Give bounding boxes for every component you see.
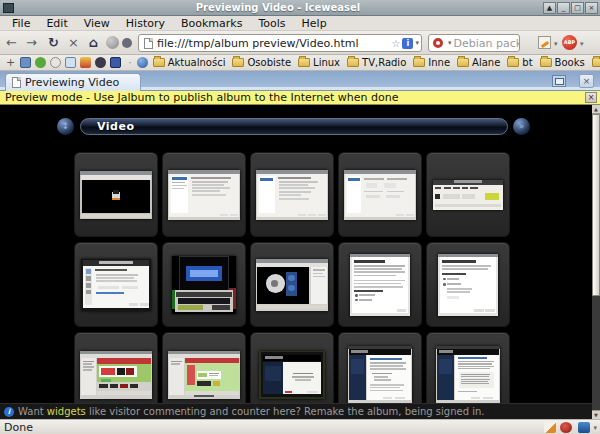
thumbnail-card[interactable] xyxy=(250,242,334,327)
thumbnail-image xyxy=(168,351,240,399)
search-engine-dropdown-icon[interactable]: ▾ xyxy=(446,39,454,47)
notification-close-icon[interactable]: × xyxy=(585,92,597,103)
adblock-icon[interactable]: ABP xyxy=(562,35,577,50)
search-engine-icon[interactable] xyxy=(433,38,443,48)
status-bar: Done ▾ xyxy=(0,419,600,434)
url-bar[interactable]: ☆ i ▾ xyxy=(138,34,422,52)
alert-bookmark-icon[interactable] xyxy=(80,57,91,68)
tab-label: Previewing Video xyxy=(25,76,119,89)
bookmark-folder-bt[interactable]: bt xyxy=(507,57,532,68)
back-icon[interactable]: ← xyxy=(2,33,21,52)
mail-bookmark-icon[interactable] xyxy=(65,57,76,68)
close-button[interactable]: × xyxy=(585,2,598,14)
info-icon: i xyxy=(4,407,14,417)
statusbar-sync-icon[interactable] xyxy=(578,422,590,433)
thumbnail-image xyxy=(259,351,325,399)
globe-bookmark-icon[interactable] xyxy=(137,57,148,68)
reload-icon[interactable]: ↻ xyxy=(44,33,63,52)
window-title: Previewing Video - Iceweasel xyxy=(14,2,542,13)
menu-tools[interactable]: Tools xyxy=(250,17,293,30)
vertical-scrollbar[interactable]: ▲ ▼ xyxy=(592,105,600,419)
bookmark-folder-osobiste[interactable]: Osobiste xyxy=(232,57,291,68)
bookmark-star-icon[interactable]: ☆ xyxy=(390,38,403,49)
scroll-down-icon[interactable]: ▼ xyxy=(592,410,600,419)
maximize-button[interactable]: □ xyxy=(571,2,584,14)
bookmark-folder-tvradio[interactable]: TV,Radio xyxy=(347,57,406,68)
url-dropdown-icon[interactable]: ▾ xyxy=(413,39,421,47)
title-bar: Previewing Video - Iceweasel ▲ _ □ × xyxy=(0,0,600,16)
thumbnail-card[interactable] xyxy=(250,152,334,237)
save-bookmark-icon[interactable] xyxy=(110,57,121,68)
album-nav-next-icon[interactable]: » xyxy=(513,118,530,135)
home-icon[interactable]: ⌂ xyxy=(84,33,103,52)
menu-history[interactable]: History xyxy=(118,17,173,30)
bookmark-folder-books[interactable]: Books xyxy=(540,57,585,68)
folder-icon xyxy=(232,58,244,67)
statusbar-abp-icon[interactable] xyxy=(560,422,572,433)
list-all-tabs-icon[interactable] xyxy=(552,75,566,87)
tab-close-icon[interactable]: × xyxy=(579,74,594,88)
extension-icon-1[interactable] xyxy=(106,36,119,49)
tab-previewing-video[interactable]: Previewing Video xyxy=(5,73,141,91)
clock-bookmark-icon[interactable] xyxy=(50,57,61,68)
bookmarks-separator: · xyxy=(125,56,135,69)
user-bookmark-icon[interactable] xyxy=(95,57,106,68)
bookmark-folder-inne[interactable]: Inne xyxy=(413,57,450,68)
go-icon[interactable]: i xyxy=(402,38,413,49)
scroll-up-icon[interactable]: ▲ xyxy=(592,105,600,114)
thumbnail-card[interactable] xyxy=(426,152,510,237)
thumbnail-card[interactable] xyxy=(162,152,246,237)
shade-button[interactable]: ▲ xyxy=(543,2,556,14)
thumbnail-image xyxy=(438,254,498,316)
thumbnail-image xyxy=(433,180,503,210)
thumbnail-card[interactable] xyxy=(74,242,158,327)
scrollbar-thumb[interactable] xyxy=(592,114,600,296)
menu-view[interactable]: View xyxy=(76,17,118,30)
folder-icon xyxy=(592,58,600,67)
scrapbook-icon[interactable] xyxy=(538,36,551,49)
album-nav-up-icon[interactable]: ↕ xyxy=(57,118,74,135)
menu-help[interactable]: Help xyxy=(294,17,335,30)
widgets-link[interactable]: widgets xyxy=(47,406,86,417)
thumbnail-image xyxy=(80,351,152,399)
paw-bookmark-icon[interactable] xyxy=(35,57,46,68)
notification-bar: Preview mode - Use Jalbum to publish alb… xyxy=(0,91,600,105)
album-title-pill[interactable]: Video xyxy=(80,118,508,135)
extension-icon-2[interactable] xyxy=(122,38,132,48)
bookmark-folder-aktualnosci[interactable]: Aktualności xyxy=(153,57,226,68)
folder-icon xyxy=(540,58,552,67)
navigation-toolbar: ← → ↻ × ⌂ ☆ i ▾ ▾ ▾ ABP ▾ xyxy=(0,31,600,55)
search-bar[interactable]: ▾ xyxy=(428,34,520,52)
folder-icon xyxy=(153,58,165,67)
bookmark-folder-linux[interactable]: Linux xyxy=(298,57,340,68)
statusbar-dropdown-icon[interactable]: ▾ xyxy=(591,424,599,432)
scrapbook-dropdown-icon[interactable]: ▾ xyxy=(552,40,560,48)
menu-bookmarks[interactable]: Bookmarks xyxy=(173,17,250,30)
thumbnail-card[interactable] xyxy=(426,242,510,327)
url-input[interactable] xyxy=(157,37,390,50)
thumbnail-image xyxy=(344,170,416,220)
thumbnail-image xyxy=(168,170,240,220)
forward-icon[interactable]: → xyxy=(22,33,41,52)
thumbnail-card[interactable] xyxy=(74,152,158,237)
menu-edit[interactable]: Edit xyxy=(38,17,75,30)
thumbnail-card[interactable] xyxy=(162,242,246,327)
window-menu-icon[interactable] xyxy=(3,3,14,13)
folder-icon xyxy=(347,58,359,67)
thumbnail-image xyxy=(350,254,410,316)
bookmark-folder-0[interactable]: 0 xyxy=(592,57,600,68)
minimize-button[interactable]: _ xyxy=(557,2,570,14)
thumbnail-card[interactable] xyxy=(338,152,422,237)
picture-bookmark-icon[interactable] xyxy=(20,57,31,68)
folder-icon xyxy=(298,58,310,67)
search-input[interactable] xyxy=(454,37,519,50)
page-icon xyxy=(144,38,153,49)
statusbar-scrapbook-icon[interactable] xyxy=(544,422,556,433)
bookmark-folder-alane[interactable]: Alane xyxy=(457,57,500,68)
page-viewport: ↕ Video » i Want widgets like visitor co… xyxy=(0,105,600,419)
adblock-dropdown-icon[interactable]: ▾ xyxy=(578,40,586,48)
add-bookmark-icon[interactable]: + xyxy=(4,56,20,69)
thumbnail-card[interactable] xyxy=(338,242,422,327)
menu-file[interactable]: File xyxy=(4,17,38,30)
stop-icon[interactable]: × xyxy=(64,33,83,52)
